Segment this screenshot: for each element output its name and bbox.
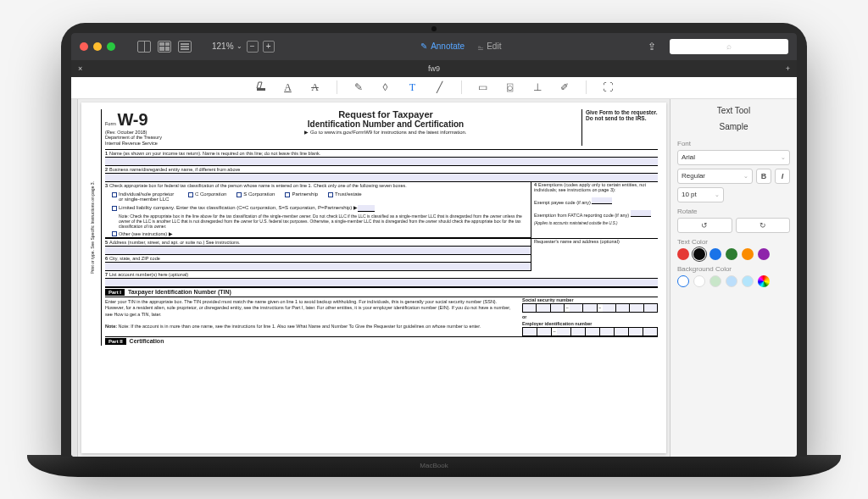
left-gutter <box>71 99 78 457</box>
search-input[interactable]: ⌕ <box>670 39 788 54</box>
checkbox-llc[interactable] <box>112 206 117 211</box>
form-code: W-9 <box>117 110 147 129</box>
form-irs: Internal Revenue Service <box>105 141 158 146</box>
italic-button[interactable]: I <box>775 169 790 184</box>
rotate-label: Rotate <box>677 208 790 215</box>
ein-field[interactable]: – <box>522 327 658 336</box>
ssn-field[interactable]: – – <box>522 303 658 313</box>
highlight-tool-icon[interactable] <box>255 81 267 94</box>
edit-mode-button[interactable]: ⎁ Edit <box>478 42 501 51</box>
form-title-2: Identification Number and Certification <box>197 119 575 129</box>
checkbox-other[interactable] <box>112 231 117 236</box>
checkbox-individual[interactable]: Individual/sole proprietor or single-mem… <box>112 191 178 202</box>
document-page[interactable]: Print or type. See Specific Instructions… <box>81 103 666 453</box>
line1-field[interactable] <box>105 158 658 166</box>
edit-icon: ⎁ <box>478 42 483 51</box>
share-button[interactable]: ⇪ <box>648 41 656 53</box>
view-thumbnails-icon[interactable] <box>158 41 171 53</box>
zoom-control[interactable]: 121% ⌄ − + <box>212 41 275 53</box>
text-tool-icon[interactable]: T <box>407 81 419 94</box>
address-field[interactable] <box>105 247 531 255</box>
work-area: Print or type. See Specific Instructions… <box>71 99 797 457</box>
annotate-icon: ✎ <box>420 42 427 51</box>
note-tool-icon[interactable]: ▭ <box>477 81 489 93</box>
line2-label: Business name/disregarded entity name, i… <box>109 167 240 172</box>
camera-dot <box>431 26 437 31</box>
sample-preview: Sample <box>677 122 790 131</box>
checkbox-ccorp[interactable]: C Corporation <box>188 191 226 202</box>
window-controls[interactable] <box>80 42 115 51</box>
rotate-cw-button[interactable]: ↻ <box>736 218 791 233</box>
form-give-note: Give Form to the requester. Do not send … <box>581 109 658 147</box>
stamp-tool-icon[interactable]: ⊥ <box>531 81 543 93</box>
crop-tool-icon[interactable]: ⛶ <box>602 81 614 93</box>
view-sidebar-icon[interactable] <box>137 41 151 53</box>
callout-tool-icon[interactable]: ⌼ <box>504 81 516 93</box>
text-color-swatches <box>677 248 790 260</box>
font-select[interactable]: Arial⌄ <box>677 150 790 165</box>
zoom-value: 121% <box>212 42 234 51</box>
form-title-1: Request for Taxpayer <box>197 109 575 119</box>
pen-tool-icon[interactable]: ✎ <box>353 81 364 93</box>
bg-color-swatch[interactable] <box>758 275 770 287</box>
llc-class-field[interactable] <box>358 205 375 212</box>
strikethrough-tool-icon[interactable]: A <box>309 81 321 94</box>
bg-color-swatch[interactable] <box>726 275 737 287</box>
exempt-payee-field[interactable] <box>592 197 612 204</box>
weight-select[interactable]: Regular⌄ <box>677 169 753 184</box>
tab-close-button[interactable]: × <box>78 64 82 73</box>
zoom-dropdown-icon[interactable]: ⌄ <box>236 42 242 50</box>
rotate-ccw-button[interactable]: ↺ <box>677 218 732 233</box>
laptop-frame: 121% ⌄ − + ✎ Annotate ⎁ Edit ⇪ ⌕ × <box>61 23 807 457</box>
fatca-field[interactable] <box>631 210 651 217</box>
city-field[interactable] <box>105 263 531 271</box>
bg-color-swatch[interactable] <box>709 275 721 287</box>
underline-tool-icon[interactable]: A <box>282 81 294 94</box>
tab-title[interactable]: fw9 <box>428 64 440 73</box>
text-color-swatch[interactable] <box>758 248 770 260</box>
laptop-base: MacBook <box>27 455 841 477</box>
bold-button[interactable]: B <box>756 169 771 184</box>
text-color-swatch[interactable] <box>726 248 737 260</box>
line2-field[interactable] <box>105 174 658 182</box>
bg-color-swatch[interactable] <box>677 275 689 287</box>
view-list-icon[interactable] <box>178 41 192 53</box>
fullscreen-window-button[interactable] <box>107 42 115 51</box>
text-color-label: Text Color <box>677 238 790 246</box>
close-window-button[interactable] <box>80 42 88 51</box>
zoom-out-button[interactable]: − <box>247 41 259 53</box>
annotate-mode-button[interactable]: ✎ Annotate <box>420 42 465 51</box>
text-color-swatch[interactable] <box>709 248 721 260</box>
checkbox-partnership[interactable]: Partnership <box>285 191 318 202</box>
tab-bar: × fw9 + <box>71 60 797 77</box>
bg-color-swatch[interactable] <box>693 275 705 287</box>
new-tab-button[interactable]: + <box>786 64 790 73</box>
text-color-swatch[interactable] <box>742 248 754 260</box>
requester-label: Requester's name and address (optional) <box>534 239 620 244</box>
form-revision: (Rev. October 2018) <box>105 130 147 135</box>
fatca-note: (Applies to accounts maintained outside … <box>534 221 658 225</box>
annotation-toolbar: A A ✎ ◊ T ╱ ▭ ⌼ ⊥ ✐ ⛶ <box>71 77 797 99</box>
minimize-window-button[interactable] <box>93 42 102 51</box>
size-select[interactable]: 10 pt⌄ <box>677 187 724 202</box>
inspector-panel: Text Tool Sample Font Arial⌄ Regular⌄ B … <box>670 99 797 457</box>
font-label: Font <box>677 140 790 147</box>
text-color-swatch[interactable] <box>677 248 689 260</box>
app-window: 121% ⌄ − + ✎ Annotate ⎁ Edit ⇪ ⌕ × <box>71 33 797 457</box>
line-tool-icon[interactable]: ╱ <box>434 81 446 93</box>
form-goto: ▶ Go to www.irs.gov/FormW9 for instructi… <box>197 129 575 135</box>
eraser-tool-icon[interactable]: ◊ <box>380 81 392 93</box>
text-color-swatch[interactable] <box>693 248 705 260</box>
main-toolbar: 121% ⌄ − + ✎ Annotate ⎁ Edit ⇪ ⌕ <box>71 33 797 60</box>
bg-color-swatch[interactable] <box>742 275 754 287</box>
bg-color-swatches <box>677 275 790 287</box>
eyedropper-tool-icon[interactable]: ✐ <box>559 81 570 93</box>
bg-color-label: Background Color <box>677 265 790 273</box>
part1-badge: Part I <box>105 289 125 296</box>
zoom-in-button[interactable]: + <box>263 41 275 53</box>
checkbox-scorp[interactable]: S Corporation <box>236 191 275 202</box>
panel-title: Text Tool <box>677 106 790 115</box>
account-field[interactable] <box>105 279 658 287</box>
checkbox-trust[interactable]: Trust/estate <box>328 191 361 202</box>
margin-instructions: Print or type. See Specific Instructions… <box>90 180 100 276</box>
